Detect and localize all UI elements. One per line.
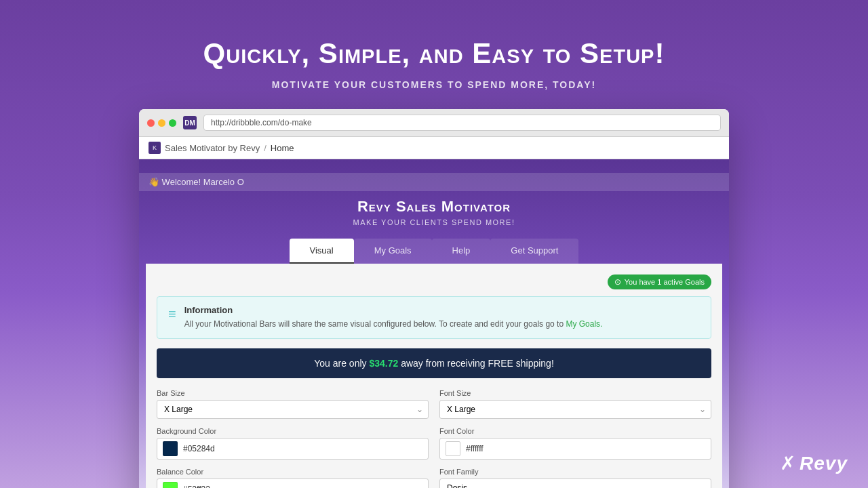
revy-logo: ✗ Revy bbox=[780, 452, 848, 474]
breadcrumb-app[interactable]: Sales Motivator by Revy bbox=[165, 143, 260, 153]
background-color-group: Background Color #05284d bbox=[157, 427, 429, 460]
form-row-colors1: Background Color #05284d Font Color #fff… bbox=[157, 427, 711, 460]
my-goals-link[interactable]: My Goals. bbox=[566, 319, 602, 329]
close-button[interactable] bbox=[147, 119, 155, 127]
tabs-container: Visual My Goals Help Get Support bbox=[207, 239, 661, 264]
revy-logo-icon: ✗ bbox=[780, 452, 795, 474]
page-subtitle: Motivate your customers to spend more, t… bbox=[0, 79, 868, 90]
background-color-label: Background Color bbox=[157, 427, 429, 435]
browser-chrome: DM http://dribbble.com/do-make bbox=[139, 109, 729, 137]
background-color-swatch bbox=[163, 441, 178, 456]
tab-visual[interactable]: Visual bbox=[290, 239, 354, 264]
background-color-input[interactable]: #05284d bbox=[157, 438, 429, 460]
bar-size-label: Bar Size bbox=[157, 389, 429, 397]
info-icon: ≡ bbox=[168, 306, 176, 322]
balance-color-label: Balance Color bbox=[157, 468, 429, 476]
app-icon: K bbox=[149, 142, 161, 154]
bar-size-select[interactable]: X Small Small Medium Large X Large bbox=[157, 400, 429, 419]
breadcrumb-bar: K Sales Motivator by Revy / Home bbox=[139, 137, 729, 159]
font-family-label: Font Family bbox=[439, 468, 711, 476]
font-size-select-wrapper: X Small Small Medium Large X Large bbox=[439, 400, 711, 419]
page-title: Quickly, Simple, and Easy to Setup! bbox=[0, 37, 868, 70]
goals-badge-icon: ⊙ bbox=[614, 277, 621, 287]
welcome-bar: 👋 Welcome! Marcelo O bbox=[139, 173, 729, 191]
breadcrumb-separator: / bbox=[264, 143, 267, 153]
info-box: ≡ Information All your Motivational Bars… bbox=[157, 296, 711, 339]
preview-bar: You are only $34.72 away from receiving … bbox=[157, 348, 711, 378]
goals-badge-row: ⊙ You have 1 active Goals bbox=[157, 274, 711, 289]
browser-favicon: DM bbox=[183, 116, 197, 129]
info-box-title: Information bbox=[184, 305, 603, 315]
font-family-group: Font Family Dosis Roboto Open Sans Lato … bbox=[439, 468, 711, 488]
bar-size-group: Bar Size X Small Small Medium Large X La… bbox=[157, 389, 429, 419]
welcome-text: 👋 Welcome! Marcelo O bbox=[149, 177, 244, 187]
browser-window: DM http://dribbble.com/do-make K Sales M… bbox=[139, 109, 729, 488]
header-section: Quickly, Simple, and Easy to Setup! Moti… bbox=[0, 0, 868, 90]
font-color-group: Font Color #ffffff bbox=[439, 427, 711, 460]
balance-color-value: #52ff33 bbox=[183, 485, 210, 488]
info-box-content: Information All your Motivational Bars w… bbox=[184, 305, 603, 330]
app-content: 👋 Welcome! Marcelo O Revy Sales Motivato… bbox=[139, 159, 729, 488]
tab-my-goals[interactable]: My Goals bbox=[354, 239, 432, 264]
minimize-button[interactable] bbox=[158, 119, 165, 127]
balance-color-swatch bbox=[163, 482, 178, 488]
background-color-value: #05284d bbox=[183, 444, 215, 453]
bar-size-select-wrapper: X Small Small Medium Large X Large bbox=[157, 400, 429, 419]
font-size-group: Font Size X Small Small Medium Large X L… bbox=[439, 389, 711, 419]
form-row-colors2: Balance Color #52ff33 Font Family Dosis … bbox=[157, 468, 711, 488]
tab-get-support[interactable]: Get Support bbox=[490, 239, 578, 264]
app-title: Revy Sales Motivator bbox=[139, 198, 729, 216]
balance-color-input[interactable]: #52ff33 bbox=[157, 479, 429, 488]
traffic-lights bbox=[147, 119, 176, 127]
font-color-swatch bbox=[446, 441, 460, 456]
balance-color-group: Balance Color #52ff33 bbox=[157, 468, 429, 488]
form-row-sizes: Bar Size X Small Small Medium Large X La… bbox=[157, 389, 711, 419]
preview-bar-amount: $34.72 bbox=[369, 358, 398, 369]
url-bar[interactable]: http://dribbble.com/do-make bbox=[203, 115, 721, 131]
app-subtitle: Make your clients spend more! bbox=[139, 218, 729, 226]
goals-badge-text: You have 1 active Goals bbox=[625, 278, 705, 286]
font-color-input[interactable]: #ffffff bbox=[439, 438, 711, 460]
font-size-label: Font Size bbox=[439, 389, 711, 397]
tab-help[interactable]: Help bbox=[432, 239, 491, 264]
info-box-text: All your Motivational Bars will share th… bbox=[184, 318, 603, 330]
maximize-button[interactable] bbox=[169, 119, 176, 127]
font-size-select[interactable]: X Small Small Medium Large X Large bbox=[439, 400, 711, 419]
revy-logo-text: Revy bbox=[800, 453, 848, 474]
font-family-select-wrapper: Dosis Roboto Open Sans Lato Montserrat bbox=[439, 479, 711, 488]
app-header: Revy Sales Motivator Make your clients s… bbox=[139, 191, 729, 239]
font-color-label: Font Color bbox=[439, 427, 711, 435]
font-color-value: #ffffff bbox=[466, 444, 484, 453]
main-panel: ⊙ You have 1 active Goals ≡ Information … bbox=[146, 264, 722, 488]
breadcrumb-current[interactable]: Home bbox=[271, 143, 294, 153]
font-family-select[interactable]: Dosis Roboto Open Sans Lato Montserrat bbox=[439, 479, 711, 488]
goals-badge[interactable]: ⊙ You have 1 active Goals bbox=[608, 274, 711, 289]
